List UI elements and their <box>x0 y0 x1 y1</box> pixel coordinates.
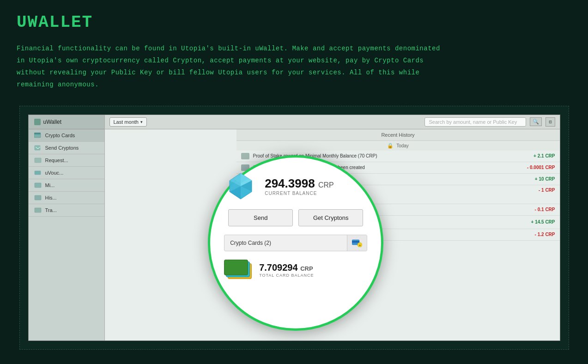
search-box: Search by amount, name or Public Key <box>424 117 526 127</box>
svg-rect-5 <box>35 183 41 188</box>
page-title: UWALLET <box>17 13 571 32</box>
cards-stack-icon <box>224 260 253 280</box>
wallet-circle-overlay: 294.3998 CRP CURRENT BALANCE Send Get Cr… <box>208 155 383 331</box>
balance-unit: CRP <box>318 181 334 189</box>
sidebar-item-mining[interactable]: Mi... <box>29 179 104 192</box>
sidebar-item-crypto-cards[interactable]: Crypto Cards <box>29 129 104 142</box>
total-card-label: TOTAL CARD BALANCE <box>259 273 314 278</box>
lock-icon: 🔒 <box>387 143 394 149</box>
history-amount-5: - 0.1 CRP <box>535 207 555 212</box>
action-buttons: Send Get Cryptons <box>224 209 367 226</box>
add-card-button[interactable]: + <box>347 235 367 251</box>
uvoucher-icon <box>34 170 42 176</box>
sidebar-item-send-cryptons[interactable]: Send Cryptons <box>29 142 104 154</box>
sidebar: uWallet Crypto Cards Send Cryptons <box>29 115 105 340</box>
history-amount-2: - 0.0001 CRP <box>527 165 555 170</box>
sidebar-send-label: Send Cryptons <box>45 145 79 151</box>
total-card-unit: CRP <box>300 265 313 272</box>
svg-text:+: + <box>359 244 361 248</box>
sidebar-request-label: Request... <box>45 158 68 163</box>
svg-rect-1 <box>34 133 41 134</box>
card-layer-front <box>224 260 248 275</box>
sidebar-item-transactions[interactable]: Tra... <box>29 204 104 217</box>
sidebar-item-request[interactable]: Request... <box>29 154 104 167</box>
history-header: Recent History <box>236 129 560 141</box>
crypto-cards-icon <box>34 133 42 138</box>
sidebar-mining-label: Mi... <box>45 182 55 188</box>
uwallet-icon <box>34 119 41 125</box>
main-toolbar: Last month ▾ Search by amount, name or P… <box>105 115 560 129</box>
balance-section: 294.3998 CRP CURRENT BALANCE <box>224 172 367 200</box>
total-card-info: 7.709294 CRP TOTAL CARD BALANCE <box>259 262 314 278</box>
send-cryptons-icon <box>34 145 42 151</box>
svg-rect-3 <box>35 158 41 163</box>
total-card-amount: 7.709294 CRP <box>259 262 314 273</box>
get-cryptons-button[interactable]: Get Cryptons <box>298 209 363 226</box>
total-card-section: 7.709294 CRP TOTAL CARD BALANCE <box>224 258 367 280</box>
history-icon <box>34 195 42 200</box>
request-icon <box>34 158 42 163</box>
history-amount-6: + 14.5 CRP <box>531 219 555 224</box>
sidebar-history-label: His... <box>45 195 57 200</box>
expand-button[interactable]: ⊡ <box>546 117 555 127</box>
history-amount-4: - 1 CRP <box>539 188 555 193</box>
search-placeholder-text: Search by amount, name or Public Key <box>429 119 517 125</box>
screenshot-container: uWallet Crypto Cards Send Cryptons <box>19 106 569 350</box>
app-window: uWallet Crypto Cards Send Cryptons <box>28 115 560 341</box>
sidebar-transactions-label: Tra... <box>45 207 57 213</box>
page-description: Financial functionality can be found in … <box>17 43 562 91</box>
sidebar-item-history[interactable]: His... <box>29 192 104 204</box>
transactions-icon <box>34 207 42 213</box>
history-amount-3: + 10 CRP <box>535 176 555 182</box>
history-amount-7: - 1.2 CRP <box>535 232 555 237</box>
sidebar-item-uvoucher[interactable]: uVouc... <box>29 167 104 179</box>
svg-rect-4 <box>35 171 41 175</box>
sidebar-header: uWallet <box>29 115 104 129</box>
balance-label: CURRENT BALANCE <box>265 191 333 196</box>
sidebar-header-label: uWallet <box>43 119 62 125</box>
crypto-cards-bar: Crypto Cards (2) + <box>224 235 367 251</box>
search-icon: 🔍 <box>533 119 539 125</box>
svg-rect-6 <box>35 195 41 200</box>
balance-amount: 294.3998 CRP <box>265 177 333 190</box>
expand-icon: ⊡ <box>549 120 552 125</box>
time-range-dropdown[interactable]: Last month ▾ <box>109 117 147 127</box>
chevron-down-icon: ▾ <box>140 120 143 124</box>
main-body: Recent History 🔒 Today Proof of Stake re… <box>105 129 560 340</box>
search-button[interactable]: 🔍 <box>530 117 542 126</box>
history-amount-1: + 2.1 CRP <box>533 153 555 158</box>
svg-rect-7 <box>35 208 41 212</box>
send-button[interactable]: Send <box>228 209 293 226</box>
crystal-icon <box>224 172 257 200</box>
balance-info: 294.3998 CRP CURRENT BALANCE <box>265 177 333 196</box>
crypto-cards-label: Crypto Cards (2) <box>224 236 347 250</box>
time-range-label: Last month <box>114 119 139 125</box>
mining-icon <box>34 182 42 188</box>
history-row-icon <box>241 153 249 159</box>
sidebar-crypto-cards-label: Crypto Cards <box>45 133 75 138</box>
main-content: Last month ▾ Search by amount, name or P… <box>105 115 560 340</box>
add-card-icon: + <box>352 239 362 247</box>
svg-rect-17 <box>352 241 359 243</box>
sidebar-uvoucher-label: uVouc... <box>45 170 64 176</box>
history-today-label: 🔒 Today <box>236 141 560 151</box>
